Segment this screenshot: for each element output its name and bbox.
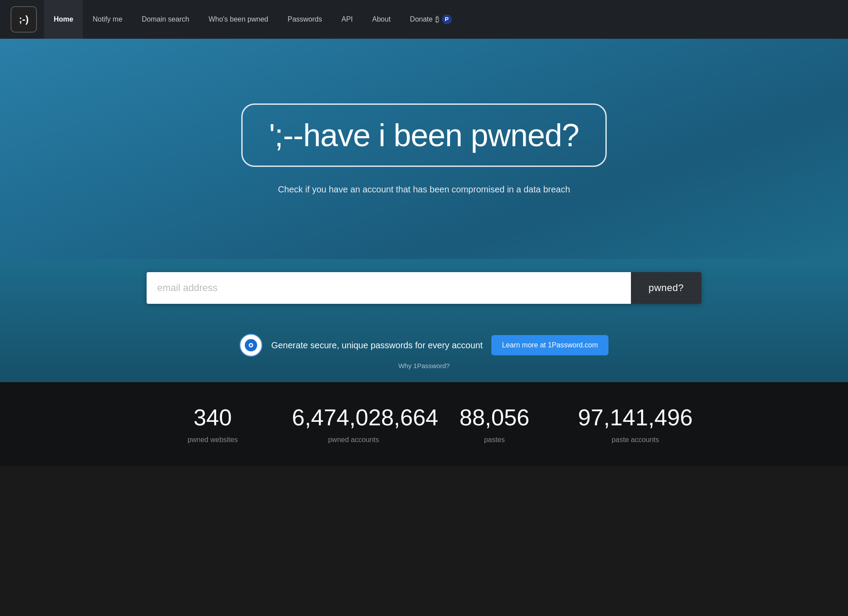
hero-section: ';--have i been pwned? Check if you have…	[0, 39, 848, 259]
pwned-button[interactable]: pwned?	[631, 272, 701, 304]
promo-why-link[interactable]: Why 1Password?	[9, 362, 839, 370]
nav-item-api[interactable]: API	[332, 0, 362, 39]
stat-pwned-websites: 340 pwned websites	[142, 404, 283, 444]
paypal-icon: P	[442, 15, 452, 24]
nav-item-notify[interactable]: Notify me	[83, 0, 132, 39]
stat-paste-accounts: 97,141,496 paste accounts	[565, 404, 706, 444]
onepassword-icon	[240, 334, 262, 357]
email-input[interactable]	[147, 272, 631, 304]
nav-item-domain[interactable]: Domain search	[132, 0, 199, 39]
onepassword-button[interactable]: Learn more at 1Password.com	[491, 335, 608, 355]
stats-section: 340 pwned websites 6,474,028,664 pwned a…	[0, 382, 848, 466]
nav-link-notify[interactable]: Notify me	[83, 0, 132, 39]
nav-link-whos-pwned[interactable]: Who's been pwned	[199, 0, 278, 39]
promo-section: Generate secure, unique passwords for ev…	[0, 321, 848, 382]
svg-point-2	[250, 344, 252, 347]
nav-link-about[interactable]: About	[362, 0, 400, 39]
stat-number-paste-accounts: 97,141,496	[574, 404, 697, 431]
site-logo[interactable]: ;-)	[11, 6, 37, 33]
nav-item-donate[interactable]: Donate ₿ P	[400, 0, 461, 39]
promo-text: Generate secure, unique passwords for ev…	[271, 340, 483, 350]
bitcoin-icon: ₿	[435, 0, 439, 39]
stat-label-accounts: pwned accounts	[328, 436, 379, 443]
nav-item-passwords[interactable]: Passwords	[278, 0, 332, 39]
search-section: pwned?	[0, 259, 848, 321]
stat-label-paste-accounts: paste accounts	[612, 436, 659, 443]
promo-content: Generate secure, unique passwords for ev…	[9, 334, 839, 357]
nav-menu: Home Notify me Domain search Who's been …	[44, 0, 461, 39]
stat-number-websites: 340	[151, 404, 274, 431]
nav-link-donate[interactable]: Donate ₿ P	[400, 0, 461, 39]
hero-subtitle: Check if you have an account that has be…	[278, 184, 570, 195]
stat-number-pastes: 88,056	[433, 404, 556, 431]
nav-item-home[interactable]: Home	[44, 0, 83, 39]
nav-item-whos-pwned[interactable]: Who's been pwned	[199, 0, 278, 39]
nav-link-home[interactable]: Home	[44, 0, 83, 39]
onepassword-logo-svg	[244, 338, 258, 352]
stat-pastes: 88,056 pastes	[424, 404, 565, 444]
stat-number-accounts: 6,474,028,664	[292, 404, 415, 431]
stat-label-pastes: pastes	[484, 436, 505, 443]
stat-label-websites: pwned websites	[188, 436, 238, 443]
stat-pwned-accounts: 6,474,028,664 pwned accounts	[283, 404, 424, 444]
nav-link-domain[interactable]: Domain search	[132, 0, 199, 39]
nav-link-api[interactable]: API	[332, 0, 362, 39]
hero-title-box: ';--have i been pwned?	[241, 103, 607, 167]
main-nav: ;-) Home Notify me Domain search Who's b…	[0, 0, 848, 39]
nav-link-passwords[interactable]: Passwords	[278, 0, 332, 39]
nav-item-about[interactable]: About	[362, 0, 400, 39]
search-bar: pwned?	[147, 272, 701, 304]
hero-title: ';--have i been pwned?	[269, 117, 579, 153]
